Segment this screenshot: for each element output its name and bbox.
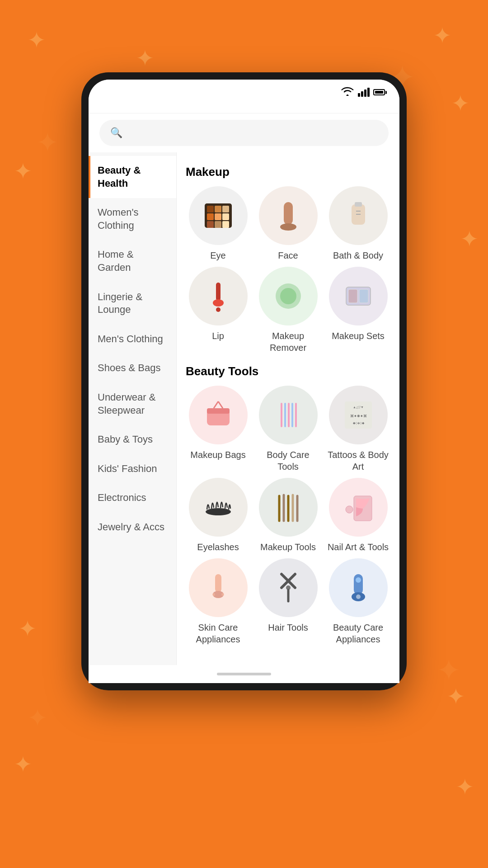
sidebar-item-underwear-sleepwear[interactable]: Underwear & Sleepwear [89, 383, 176, 425]
svg-text:▲△▽▼: ▲△▽▼ [353, 406, 364, 409]
category-item-lip[interactable]: Lip [186, 267, 250, 354]
category-item-beauty-care-appliances[interactable]: Beauty Care Appliances [326, 558, 390, 645]
category-circle-body-care-tools [259, 386, 318, 444]
category-grid-beauty-tools: Makeup BagsBody Care Tools⌘✦❋✦⌘▲△▽▼◆◇◈◇◆… [186, 386, 390, 645]
svg-rect-45 [215, 574, 221, 592]
phone-frame: 🔍 Beauty & HealthWomen's ClothingHome & … [81, 72, 407, 690]
svg-rect-3 [222, 206, 229, 212]
phone-bottom [89, 665, 399, 683]
category-label-hair-tools: Hair Tools [268, 622, 308, 633]
category-label-beauty-care-appliances: Beauty Care Appliances [326, 622, 390, 645]
category-label-nail-art-tools: Nail Art & Tools [328, 541, 389, 553]
sidebar-item-shoes-bags[interactable]: Shoes & Bags [89, 354, 176, 383]
svg-rect-6 [222, 213, 229, 220]
category-item-makeup-sets[interactable]: Makeup Sets [326, 267, 390, 354]
hero-section [0, 0, 488, 72]
category-item-hair-tools[interactable]: Hair Tools [256, 558, 320, 645]
category-item-skin-care-appliances[interactable]: Skin Care Appliances [186, 558, 250, 645]
category-label-makeup-sets: Makeup Sets [332, 330, 385, 342]
category-item-eyelashes[interactable]: Eyelashes [186, 478, 250, 553]
svg-rect-16 [216, 283, 221, 301]
category-item-face[interactable]: Face [256, 186, 320, 261]
category-circle-makeup-bags [189, 386, 248, 444]
category-item-makeup-bags[interactable]: Makeup Bags [186, 386, 250, 472]
phone-mockup: 🔍 Beauty & HealthWomen's ClothingHome & … [0, 72, 488, 708]
category-label-bath-body: Bath & Body [333, 250, 383, 261]
status-bar [89, 80, 399, 101]
svg-rect-23 [359, 289, 368, 303]
category-circle-skin-care-appliances [189, 558, 248, 617]
status-icons [341, 87, 387, 98]
sidebar-item-womens-clothing[interactable]: Women's Clothing [89, 198, 176, 240]
category-label-eye: Eye [210, 250, 225, 261]
svg-point-18 [216, 307, 221, 312]
search-bar-wrapper: 🔍 [89, 113, 399, 152]
svg-rect-2 [215, 206, 221, 212]
category-circle-lip [189, 267, 248, 326]
category-label-tattoos-body-art: Tattoos & Body Art [326, 449, 390, 472]
svg-rect-22 [348, 289, 357, 303]
svg-point-55 [356, 594, 361, 599]
svg-rect-10 [284, 202, 293, 225]
section-title-makeup: Makeup [186, 165, 390, 179]
svg-point-44 [346, 506, 353, 513]
svg-point-48 [221, 593, 224, 596]
main-layout: Beauty & HealthWomen's ClothingHome & Ga… [89, 152, 399, 665]
sidebar-item-home-garden[interactable]: Home & Garden [89, 240, 176, 282]
svg-line-27 [218, 401, 223, 408]
sidebar: Beauty & HealthWomen's ClothingHome & Ga… [89, 152, 177, 665]
category-label-body-care-tools: Body Care Tools [256, 449, 320, 472]
category-item-nail-art-tools[interactable]: Nail Art & Tools [326, 478, 390, 553]
svg-text:◆◇◈◇◆: ◆◇◈◇◆ [352, 421, 364, 425]
svg-rect-5 [215, 213, 221, 220]
svg-rect-53 [354, 574, 363, 594]
category-item-makeup-remover[interactable]: Makeup Remover [256, 267, 320, 354]
category-label-makeup-remover: Makeup Remover [256, 330, 320, 354]
signal-icon [358, 88, 370, 97]
home-indicator [217, 673, 271, 675]
wifi-icon [341, 87, 354, 98]
category-circle-nail-art-tools [329, 478, 388, 537]
category-circle-makeup-remover [259, 267, 318, 326]
category-label-makeup-tools: Makeup Tools [260, 541, 316, 553]
phone-screen: 🔍 Beauty & HealthWomen's ClothingHome & … [89, 80, 399, 683]
sidebar-item-electronics[interactable]: Electronics [89, 483, 176, 513]
category-label-face: Face [278, 250, 298, 261]
category-circle-hair-tools [259, 558, 318, 617]
sidebar-item-baby-toys[interactable]: Baby & Toys [89, 425, 176, 454]
category-label-skin-care-appliances: Skin Care Appliances [186, 622, 250, 645]
search-bar[interactable]: 🔍 [99, 120, 389, 146]
category-item-eye[interactable]: Eye [186, 186, 250, 261]
sidebar-item-beauty-health[interactable]: Beauty & Health [89, 156, 176, 198]
svg-rect-4 [207, 213, 214, 220]
sidebar-item-kids-fashion[interactable]: Kids' Fashion [89, 454, 176, 484]
category-circle-eyelashes [189, 478, 248, 537]
category-circle-makeup-tools [259, 478, 318, 537]
category-item-makeup-tools[interactable]: Makeup Tools [256, 478, 320, 553]
category-circle-bath-body [329, 186, 388, 245]
category-label-makeup-bags: Makeup Bags [190, 449, 245, 461]
category-circle-tattoos-body-art: ⌘✦❋✦⌘▲△▽▼◆◇◈◇◆ [329, 386, 388, 444]
svg-rect-13 [355, 202, 362, 207]
category-label-lip: Lip [212, 330, 224, 342]
svg-point-11 [280, 223, 296, 231]
sidebar-item-mens-clothing[interactable]: Men's Clothing [89, 325, 176, 354]
svg-rect-25 [207, 408, 230, 414]
svg-point-20 [280, 288, 296, 304]
category-circle-face [259, 186, 318, 245]
sidebar-item-lingerie-lounge[interactable]: Lingerie & Lounge [89, 283, 176, 325]
svg-rect-7 [207, 221, 214, 228]
svg-point-56 [356, 577, 361, 583]
sidebar-item-jewelry-accs[interactable]: Jewelry & Accs [89, 513, 176, 542]
category-grid-makeup: EyeFaceBath & BodyLipMakeup RemoverMakeu… [186, 186, 390, 354]
category-item-body-care-tools[interactable]: Body Care Tools [256, 386, 320, 472]
search-icon: 🔍 [110, 127, 122, 139]
category-item-bath-body[interactable]: Bath & Body [326, 186, 390, 261]
category-circle-beauty-care-appliances [329, 558, 388, 617]
content-area: MakeupEyeFaceBath & BodyLipMakeup Remove… [177, 152, 399, 665]
category-label-eyelashes: Eyelashes [197, 541, 239, 553]
svg-point-17 [213, 299, 224, 307]
category-circle-eye [189, 186, 248, 245]
svg-rect-8 [215, 221, 221, 228]
category-item-tattoos-body-art[interactable]: ⌘✦❋✦⌘▲△▽▼◆◇◈◇◆Tattoos & Body Art [326, 386, 390, 472]
